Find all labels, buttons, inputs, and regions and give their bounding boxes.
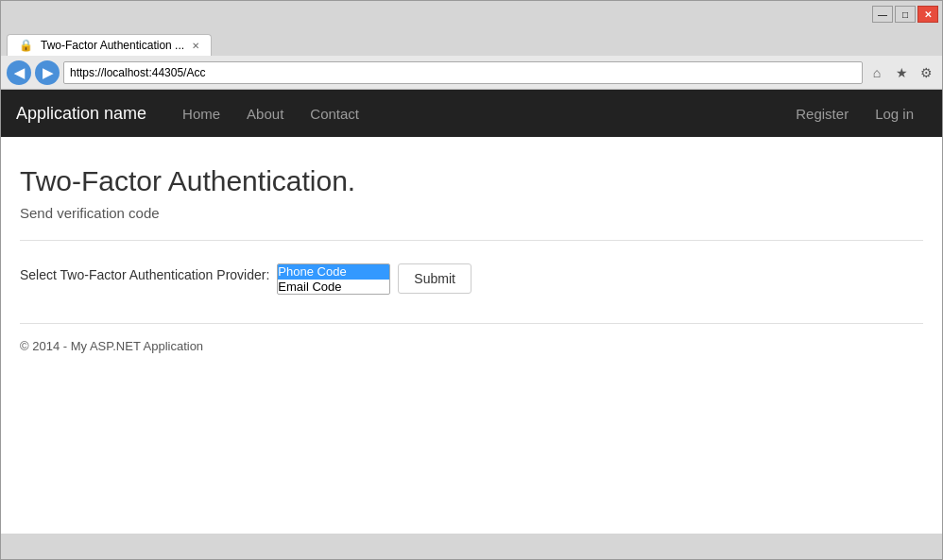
navbar: Application name Home About Contact Regi… [1, 90, 942, 137]
footer-divider [20, 323, 923, 324]
provider-label: Select Two-Factor Authentication Provide… [20, 263, 269, 282]
navbar-right: Register Log in [782, 90, 927, 137]
provider-select[interactable]: Phone Code Email Code [277, 263, 390, 295]
tab-close-button[interactable]: ✕ [192, 41, 199, 51]
nav-about[interactable]: About [233, 90, 297, 137]
title-divider [20, 240, 923, 241]
navbar-nav: Home About Contact [169, 90, 782, 137]
title-bar: — □ ✕ [1, 1, 942, 27]
option-phone[interactable]: Phone Code [278, 264, 389, 280]
forward-button[interactable]: ▶ [35, 60, 60, 85]
url-input[interactable] [63, 61, 863, 84]
back-button[interactable]: ◀ [7, 60, 31, 85]
home-icon[interactable]: ⌂ [866, 62, 887, 83]
browser-window: — □ ✕ 🔒 Two-Factor Authentication ... ✕ … [0, 0, 943, 560]
page-title: Two-Factor Authentication. [20, 165, 923, 197]
active-tab[interactable]: 🔒 Two-Factor Authentication ... ✕ [7, 34, 212, 56]
tab-title: Two-Factor Authentication ... [41, 39, 184, 52]
page-subtitle: Send verification code [20, 205, 923, 221]
close-button[interactable]: ✕ [917, 6, 938, 23]
tab-favicon: 🔒 [19, 39, 33, 52]
nav-contact[interactable]: Contact [297, 90, 372, 137]
window-controls: — □ ✕ [872, 6, 938, 23]
option-email[interactable]: Email Code [278, 280, 389, 295]
address-bar: ◀ ▶ ⌂ ★ ⚙ [1, 56, 942, 90]
nav-home[interactable]: Home [169, 90, 233, 137]
minimize-button[interactable]: — [872, 6, 893, 23]
favorites-icon[interactable]: ★ [891, 62, 912, 83]
footer-text: © 2014 - My ASP.NET Application [20, 339, 923, 353]
provider-form-group: Select Two-Factor Authentication Provide… [20, 263, 923, 295]
submit-button[interactable]: Submit [398, 263, 472, 294]
navbar-brand[interactable]: Application name [16, 104, 162, 124]
nav-register[interactable]: Register [782, 90, 862, 137]
settings-icon[interactable]: ⚙ [916, 62, 936, 83]
maximize-button[interactable]: □ [895, 6, 916, 23]
nav-login[interactable]: Log in [862, 90, 927, 137]
tab-bar: 🔒 Two-Factor Authentication ... ✕ [1, 27, 942, 56]
page-content: Two-Factor Authentication. Send verifica… [1, 137, 942, 534]
